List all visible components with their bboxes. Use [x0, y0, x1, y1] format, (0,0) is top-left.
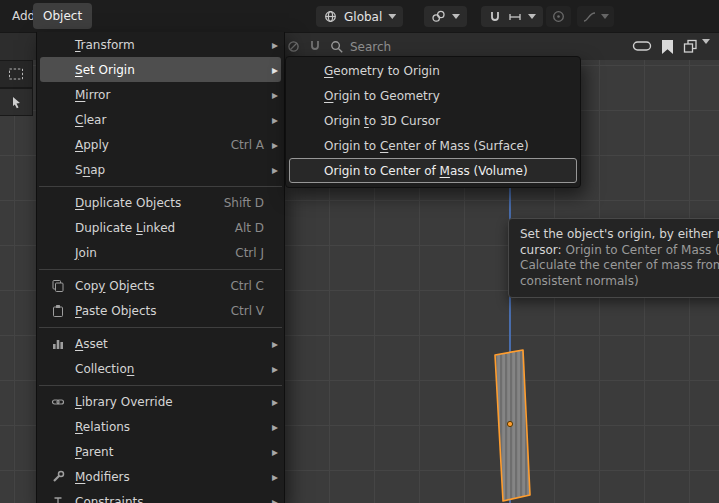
submenu-arrow-icon: ▸ — [268, 445, 278, 459]
submenu-item-origin-to-center-of-mass-volume[interactable]: Origin to Center of Mass (Volume) — [289, 158, 577, 183]
menu-separator — [39, 269, 282, 270]
tooltip: Set the object's origin, by either movin… — [508, 218, 719, 298]
menu-item-duplicate-objects[interactable]: Duplicate ObjectsShift D — [37, 190, 284, 215]
menu-item-shortcut: Ctrl A — [231, 138, 268, 152]
submenu-item-origin-to-center-of-mass-surface[interactable]: Origin to Center of Mass (Surface) — [289, 133, 577, 158]
submenu-arrow-icon: ▸ — [268, 38, 278, 52]
menu-item-shortcut: Shift D — [224, 196, 268, 210]
menu-item-label: Apply — [75, 138, 109, 152]
layers-toggle-icon[interactable] — [683, 39, 698, 54]
menu-separator — [39, 186, 282, 187]
tooltip-line-3: Calculate the center of mass from the vo… — [520, 258, 719, 274]
wrench-icon — [45, 470, 71, 484]
asset-icon — [45, 337, 71, 351]
search-input[interactable]: Search — [330, 38, 391, 56]
menu-item-label: Clear — [75, 113, 106, 127]
select-box-tool-button[interactable] — [0, 60, 33, 88]
capsule-toggle-icon[interactable] — [632, 39, 652, 53]
search-icon — [330, 40, 344, 54]
menu-item-shortcut: Alt D — [235, 221, 268, 235]
menu-item-parent[interactable]: Parent▸ — [37, 439, 284, 464]
magnet-small-icon[interactable] — [308, 39, 322, 53]
magnet-icon — [488, 10, 502, 24]
topbar: Add Object Global — [0, 0, 719, 32]
menu-item-label: Parent — [75, 445, 113, 459]
chevron-down-icon — [528, 14, 536, 19]
submenu-arrow-icon: ▸ — [268, 470, 278, 484]
library-override-icon — [45, 395, 71, 409]
menu-item-label: Join — [75, 246, 97, 260]
submenu-item-label: Origin to Geometry — [324, 89, 440, 103]
menu-item-constraints[interactable]: Constraints▸ — [37, 489, 284, 503]
chevron-down-icon — [452, 14, 460, 19]
submenu-arrow-icon: ▸ — [268, 163, 278, 177]
submenu-arrow-icon: ▸ — [268, 395, 278, 409]
menu-item-relations[interactable]: Relations▸ — [37, 414, 284, 439]
tooltip-line-4: consistent normals) — [520, 274, 719, 290]
submenu-item-origin-to-3d-cursor[interactable]: Origin to 3D Cursor — [289, 108, 577, 133]
menu-item-join[interactable]: JoinCtrl J — [37, 240, 284, 265]
submenu-arrow-icon: ▸ — [268, 113, 278, 127]
submenu-item-label: Origin to 3D Cursor — [324, 114, 440, 128]
menu-item-label: Relations — [75, 420, 130, 434]
submenu-arrow-icon: ▸ — [268, 63, 278, 77]
menu-item-label: Transform — [75, 38, 135, 52]
proportional-editing-toggle[interactable] — [546, 6, 571, 27]
menu-item-copy-objects[interactable]: Copy ObjectsCtrl C — [37, 273, 284, 298]
search-placeholder: Search — [350, 40, 391, 54]
proportional-falloff-dropdown[interactable] — [577, 6, 614, 27]
cursor-icon — [9, 95, 23, 109]
menu-item-set-origin[interactable]: Set Origin▸ — [40, 57, 281, 82]
constraint-icon — [45, 495, 71, 503]
copy-icon — [45, 279, 71, 293]
selected-plane-object[interactable] — [485, 343, 545, 503]
tooltip-line-2-tail: Origin to Center of Mass (Volume) — [562, 243, 719, 257]
proportional-circle-icon — [551, 9, 566, 24]
menu-item-modifiers[interactable]: Modifiers▸ — [37, 464, 284, 489]
orientation-globe-icon — [323, 9, 338, 24]
menu-separator — [39, 327, 282, 328]
submenu-arrow-icon: ▸ — [268, 362, 278, 376]
chevron-down-icon — [601, 14, 609, 19]
transform-orientation-dropdown[interactable]: Global — [316, 6, 403, 27]
submenu-arrow-icon: ▸ — [268, 420, 278, 434]
menu-item-label: Library Override — [75, 395, 173, 409]
menu-item-label: Snap — [75, 163, 105, 177]
chevron-down-icon[interactable] — [702, 39, 710, 44]
menu-item-asset[interactable]: Asset▸ — [37, 331, 284, 356]
box-select-icon — [8, 67, 24, 81]
chevron-down-icon — [388, 14, 396, 19]
menu-item-mirror[interactable]: Mirror▸ — [37, 82, 284, 107]
submenu-item-label: Origin to Center of Mass (Volume) — [324, 164, 528, 178]
menu-item-label: Duplicate Linked — [75, 221, 175, 235]
menu-object[interactable]: Object — [33, 3, 92, 29]
bookmark-toggle-icon[interactable] — [661, 39, 674, 55]
menu-separator — [39, 385, 282, 386]
menu-item-label: Collection — [75, 362, 134, 376]
pivot-point-dropdown[interactable] — [424, 6, 467, 27]
snap-with-icon — [508, 10, 522, 24]
tooltip-line-2-head: cursor: — [520, 243, 562, 257]
menu-item-library-override[interactable]: Library Override▸ — [37, 389, 284, 414]
submenu-item-label: Geometry to Origin — [324, 64, 440, 78]
menu-item-paste-objects[interactable]: Paste ObjectsCtrl V — [37, 298, 284, 323]
submenu-item-geometry-to-origin[interactable]: Geometry to Origin — [289, 58, 577, 83]
snap-controls[interactable] — [481, 6, 543, 27]
cursor-tool-button[interactable] — [0, 88, 33, 116]
tooltip-line-2: cursor:Origin to Center of Mass (Volume) — [520, 243, 719, 259]
submenu-arrow-icon: ▸ — [268, 337, 278, 351]
menu-item-collection[interactable]: Collection▸ — [37, 356, 284, 381]
menu-item-transform[interactable]: Transform▸ — [37, 32, 284, 57]
menu-item-snap[interactable]: Snap▸ — [37, 157, 284, 182]
menu-item-shortcut: Ctrl C — [230, 279, 268, 293]
object-origin-dot — [507, 421, 512, 426]
submenu-item-origin-to-geometry[interactable]: Origin to Geometry — [289, 83, 577, 108]
menu-item-clear[interactable]: Clear▸ — [37, 107, 284, 132]
menu-item-apply[interactable]: ApplyCtrl A▸ — [37, 132, 284, 157]
object-menu: Transform▸Set Origin▸Mirror▸Clear▸ApplyC… — [36, 32, 285, 503]
gizmo-icon[interactable] — [286, 39, 301, 54]
menu-item-label: Mirror — [75, 88, 110, 102]
menu-item-duplicate-linked[interactable]: Duplicate LinkedAlt D — [37, 215, 284, 240]
menu-item-label: Duplicate Objects — [75, 196, 181, 210]
menu-item-label: Modifiers — [75, 470, 130, 484]
